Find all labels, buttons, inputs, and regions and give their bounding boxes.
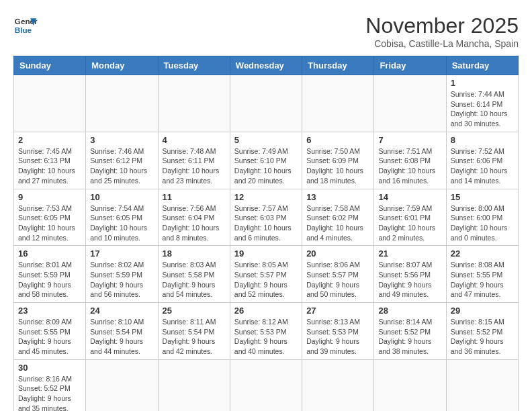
day-info: Sunrise: 8:11 AM Sunset: 5:54 PM Dayligh… — [163, 317, 226, 357]
day-number: 8 — [451, 135, 514, 145]
calendar-day-cell — [446, 359, 518, 411]
calendar-day-cell: 28Sunrise: 8:14 AM Sunset: 5:52 PM Dayli… — [374, 303, 446, 360]
day-info: Sunrise: 8:15 AM Sunset: 5:52 PM Dayligh… — [451, 317, 514, 357]
day-number: 16 — [18, 248, 81, 259]
day-number: 12 — [234, 192, 298, 202]
calendar-day-cell — [14, 75, 86, 132]
calendar-day-cell: 8Sunrise: 7:52 AM Sunset: 6:06 PM Daylig… — [446, 132, 518, 189]
calendar-day-cell: 29Sunrise: 8:15 AM Sunset: 5:52 PM Dayli… — [446, 303, 518, 360]
day-number: 3 — [90, 135, 153, 145]
location-subtitle: Cobisa, Castille-La Mancha, Spain — [365, 38, 519, 49]
day-number: 30 — [18, 363, 81, 373]
calendar-day-cell: 9Sunrise: 7:53 AM Sunset: 6:05 PM Daylig… — [14, 189, 86, 246]
calendar-day-cell — [230, 359, 302, 411]
calendar-day-cell: 26Sunrise: 8:12 AM Sunset: 5:53 PM Dayli… — [230, 303, 302, 360]
day-info: Sunrise: 8:12 AM Sunset: 5:53 PM Dayligh… — [234, 317, 298, 357]
calendar-day-cell — [158, 75, 230, 132]
day-info: Sunrise: 7:44 AM Sunset: 6:14 PM Dayligh… — [451, 89, 514, 129]
calendar-day-cell — [374, 359, 446, 411]
day-number: 21 — [378, 248, 441, 259]
day-header-friday: Friday — [374, 56, 446, 75]
day-number: 25 — [163, 306, 226, 316]
day-number: 10 — [90, 192, 153, 202]
title-section: November 2025 Cobisa, Castille-La Mancha… — [365, 13, 519, 49]
svg-text:Blue: Blue — [15, 26, 32, 34]
calendar-day-cell — [86, 359, 158, 411]
day-info: Sunrise: 7:48 AM Sunset: 6:11 PM Dayligh… — [163, 146, 226, 186]
calendar-week-row: 2Sunrise: 7:45 AM Sunset: 6:13 PM Daylig… — [14, 132, 519, 189]
day-info: Sunrise: 7:57 AM Sunset: 6:03 PM Dayligh… — [234, 203, 298, 243]
calendar-day-cell: 12Sunrise: 7:57 AM Sunset: 6:03 PM Dayli… — [230, 189, 302, 246]
logo-icon: General Blue — [13, 13, 38, 38]
calendar-day-cell: 15Sunrise: 8:00 AM Sunset: 6:00 PM Dayli… — [446, 189, 518, 246]
day-number: 6 — [306, 135, 369, 145]
day-info: Sunrise: 8:10 AM Sunset: 5:54 PM Dayligh… — [90, 317, 153, 357]
calendar-day-cell — [230, 75, 302, 132]
day-info: Sunrise: 8:14 AM Sunset: 5:52 PM Dayligh… — [378, 317, 441, 357]
calendar-header-row: SundayMondayTuesdayWednesdayThursdayFrid… — [14, 56, 519, 75]
month-year-title: November 2025 — [365, 13, 519, 38]
day-info: Sunrise: 8:08 AM Sunset: 5:55 PM Dayligh… — [451, 260, 514, 300]
calendar-day-cell: 19Sunrise: 8:05 AM Sunset: 5:57 PM Dayli… — [230, 246, 302, 303]
day-info: Sunrise: 7:50 AM Sunset: 6:09 PM Dayligh… — [306, 146, 369, 186]
calendar-day-cell: 1Sunrise: 7:44 AM Sunset: 6:14 PM Daylig… — [446, 75, 518, 132]
calendar-day-cell: 16Sunrise: 8:01 AM Sunset: 5:59 PM Dayli… — [14, 246, 86, 303]
calendar-day-cell — [302, 359, 374, 411]
calendar-week-row: 23Sunrise: 8:09 AM Sunset: 5:55 PM Dayli… — [14, 303, 519, 360]
calendar-day-cell: 5Sunrise: 7:49 AM Sunset: 6:10 PM Daylig… — [230, 132, 302, 189]
day-info: Sunrise: 7:56 AM Sunset: 6:04 PM Dayligh… — [163, 203, 226, 243]
calendar-day-cell: 6Sunrise: 7:50 AM Sunset: 6:09 PM Daylig… — [302, 132, 374, 189]
day-info: Sunrise: 8:13 AM Sunset: 5:53 PM Dayligh… — [306, 317, 369, 357]
day-info: Sunrise: 8:09 AM Sunset: 5:55 PM Dayligh… — [18, 317, 81, 357]
day-number: 1 — [451, 78, 514, 88]
calendar-day-cell: 4Sunrise: 7:48 AM Sunset: 6:11 PM Daylig… — [158, 132, 230, 189]
day-number: 24 — [90, 306, 153, 316]
day-number: 4 — [163, 135, 226, 145]
day-number: 11 — [163, 192, 226, 202]
day-number: 18 — [163, 248, 226, 259]
calendar-day-cell: 22Sunrise: 8:08 AM Sunset: 5:55 PM Dayli… — [446, 246, 518, 303]
day-number: 7 — [378, 135, 441, 145]
calendar-week-row: 1Sunrise: 7:44 AM Sunset: 6:14 PM Daylig… — [14, 75, 519, 132]
day-number: 19 — [234, 248, 298, 259]
calendar-day-cell: 25Sunrise: 8:11 AM Sunset: 5:54 PM Dayli… — [158, 303, 230, 360]
day-info: Sunrise: 7:46 AM Sunset: 6:12 PM Dayligh… — [90, 146, 153, 186]
day-number: 23 — [18, 306, 81, 316]
day-number: 5 — [234, 135, 298, 145]
calendar-day-cell: 10Sunrise: 7:54 AM Sunset: 6:05 PM Dayli… — [86, 189, 158, 246]
day-number: 13 — [306, 192, 369, 202]
day-info: Sunrise: 7:52 AM Sunset: 6:06 PM Dayligh… — [451, 146, 514, 186]
calendar-week-row: 9Sunrise: 7:53 AM Sunset: 6:05 PM Daylig… — [14, 189, 519, 246]
header: General Blue November 2025 Cobisa, Casti… — [13, 13, 519, 49]
day-info: Sunrise: 8:00 AM Sunset: 6:00 PM Dayligh… — [451, 203, 514, 243]
calendar-day-cell: 17Sunrise: 8:02 AM Sunset: 5:59 PM Dayli… — [86, 246, 158, 303]
day-info: Sunrise: 7:58 AM Sunset: 6:02 PM Dayligh… — [306, 203, 369, 243]
day-info: Sunrise: 8:16 AM Sunset: 5:52 PM Dayligh… — [18, 374, 81, 411]
calendar-day-cell: 20Sunrise: 8:06 AM Sunset: 5:57 PM Dayli… — [302, 246, 374, 303]
calendar-day-cell — [86, 75, 158, 132]
day-info: Sunrise: 8:02 AM Sunset: 5:59 PM Dayligh… — [90, 260, 153, 300]
day-header-saturday: Saturday — [446, 56, 518, 75]
calendar-day-cell: 3Sunrise: 7:46 AM Sunset: 6:12 PM Daylig… — [86, 132, 158, 189]
day-number: 27 — [306, 306, 369, 316]
day-info: Sunrise: 7:59 AM Sunset: 6:01 PM Dayligh… — [378, 203, 441, 243]
day-header-wednesday: Wednesday — [230, 56, 302, 75]
day-number: 26 — [234, 306, 298, 316]
day-header-tuesday: Tuesday — [158, 56, 230, 75]
day-number: 29 — [451, 306, 514, 316]
day-header-monday: Monday — [86, 56, 158, 75]
calendar-day-cell: 2Sunrise: 7:45 AM Sunset: 6:13 PM Daylig… — [14, 132, 86, 189]
calendar-day-cell — [374, 75, 446, 132]
calendar-day-cell: 11Sunrise: 7:56 AM Sunset: 6:04 PM Dayli… — [158, 189, 230, 246]
day-number: 20 — [306, 248, 369, 259]
day-number: 2 — [18, 135, 81, 145]
calendar-day-cell: 27Sunrise: 8:13 AM Sunset: 5:53 PM Dayli… — [302, 303, 374, 360]
calendar-day-cell — [302, 75, 374, 132]
day-number: 22 — [451, 248, 514, 259]
calendar-day-cell — [158, 359, 230, 411]
day-info: Sunrise: 7:53 AM Sunset: 6:05 PM Dayligh… — [18, 203, 81, 243]
day-info: Sunrise: 8:07 AM Sunset: 5:56 PM Dayligh… — [378, 260, 441, 300]
calendar-day-cell: 14Sunrise: 7:59 AM Sunset: 6:01 PM Dayli… — [374, 189, 446, 246]
calendar-day-cell: 18Sunrise: 8:03 AM Sunset: 5:58 PM Dayli… — [158, 246, 230, 303]
day-number: 14 — [378, 192, 441, 202]
